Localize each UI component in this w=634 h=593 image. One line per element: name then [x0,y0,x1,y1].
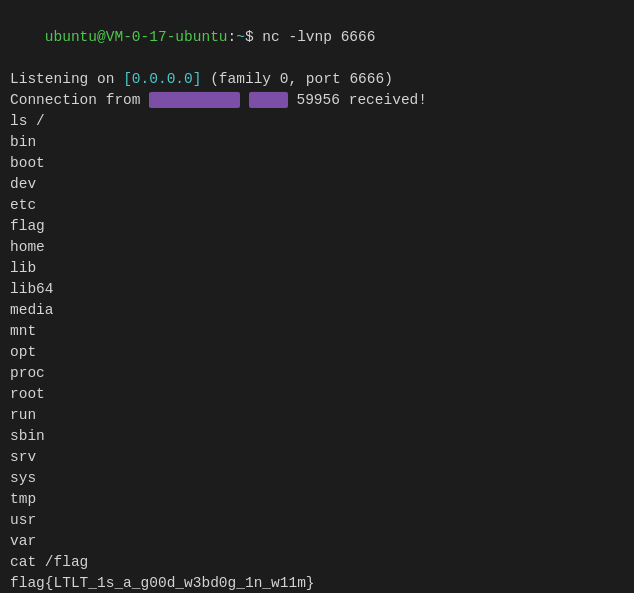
dir-proc: proc [10,365,45,381]
list-item: lib64 [10,279,624,300]
dir-sys: sys [10,470,36,486]
dir-tmp: tmp [10,491,36,507]
list-item: usr [10,510,624,531]
list-item: home [10,237,624,258]
dir-usr: usr [10,512,36,528]
prompt-separator: : [228,29,237,45]
connection-port: 59956 received! [288,92,427,108]
dir-var: var [10,533,36,549]
dir-lib: lib [10,260,36,276]
listen-address: [0.0.0.0] [123,71,201,87]
dir-boot: boot [10,155,45,171]
connection-text: Connection from [10,92,149,108]
list-item: mnt [10,321,624,342]
list-item: sys [10,468,624,489]
redacted-ip-2: ████ [249,92,288,108]
connection-line: Connection from ██████████ ████ 59956 re… [10,90,624,111]
prompt-tilde: ~ [236,29,245,45]
dir-sbin: sbin [10,428,45,444]
dir-lib64: lib64 [10,281,54,297]
list-item: media [10,300,624,321]
dir-bin: bin [10,134,36,150]
listening-text: Listening on [10,71,123,87]
list-item: proc [10,363,624,384]
dir-opt: opt [10,344,36,360]
terminal-window: ubuntu@VM-0-17-ubuntu:~$ nc -lvnp 6666 L… [0,0,634,593]
prompt-line: ubuntu@VM-0-17-ubuntu:~$ nc -lvnp 6666 [10,6,624,69]
dir-media: media [10,302,54,318]
list-item: dev [10,174,624,195]
dir-flag: flag [10,218,45,234]
dir-run: run [10,407,36,423]
list-item: root [10,384,624,405]
list-item: run [10,405,624,426]
listening-line: Listening on [0.0.0.0] (family 0, port 6… [10,69,624,90]
cat-command: cat /flag [10,554,88,570]
redacted-ip-1: ██████████ [149,92,240,108]
username-host: ubuntu@VM-0-17-ubuntu [45,29,228,45]
dir-mnt: mnt [10,323,36,339]
list-item: tmp [10,489,624,510]
dir-etc: etc [10,197,36,213]
list-item: bin [10,132,624,153]
ls-command: ls / [10,113,45,129]
list-item: opt [10,342,624,363]
dir-home: home [10,239,45,255]
cat-command-line: cat /flag [10,552,624,573]
list-item: flag [10,216,624,237]
flag-output-line: flag{LTLT_1s_a_g00d_w3bd0g_1n_w11m} [10,573,624,593]
dir-dev: dev [10,176,36,192]
flag-value: flag{LTLT_1s_a_g00d_w3bd0g_1n_w11m} [10,575,315,591]
prompt-dollar: $ [245,29,262,45]
ls-command-line: ls / [10,111,624,132]
list-item: srv [10,447,624,468]
list-item: boot [10,153,624,174]
list-item: var [10,531,624,552]
listening-detail: (family 0, port 6666) [201,71,392,87]
list-item: lib [10,258,624,279]
command-text: nc -lvnp 6666 [262,29,375,45]
dir-root: root [10,386,45,402]
list-item: sbin [10,426,624,447]
connection-space [240,92,249,108]
dir-srv: srv [10,449,36,465]
list-item: etc [10,195,624,216]
